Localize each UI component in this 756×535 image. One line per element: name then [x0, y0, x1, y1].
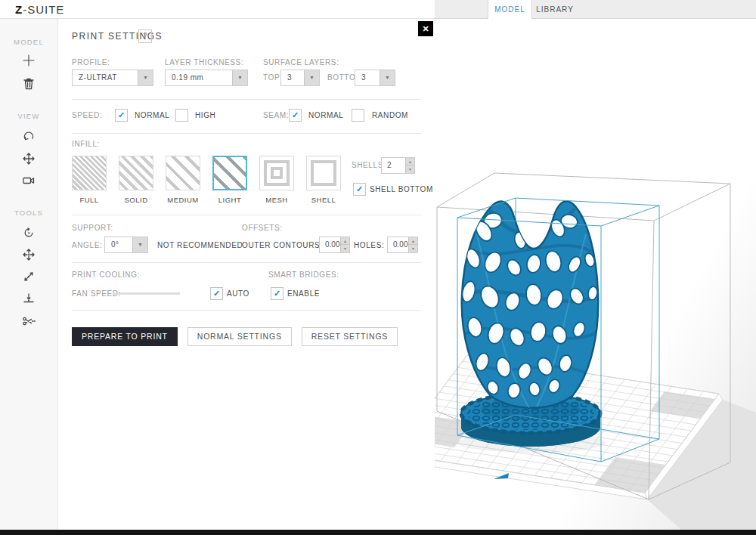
- divider: [72, 133, 421, 134]
- stepper-down-icon[interactable]: ▼: [341, 245, 349, 252]
- profile-label: PROFILE:: [72, 58, 110, 66]
- sidebar-section-model: MODEL: [0, 38, 57, 46]
- bottom-layers-value: 3: [361, 70, 366, 85]
- camera-view-icon[interactable]: [21, 173, 36, 188]
- stepper-up-icon[interactable]: ▲: [409, 237, 417, 245]
- shell-bottom-label: SHELL BOTTOM: [370, 185, 433, 193]
- add-model-icon[interactable]: [21, 53, 36, 68]
- bottom-layers-select[interactable]: 3 ▼: [355, 70, 395, 86]
- infill-swatch-solid[interactable]: [119, 156, 153, 190]
- stepper-up-icon[interactable]: ▲: [406, 158, 414, 165]
- logo-suite: -SUITE: [23, 3, 64, 16]
- bridges-enable-label: ENABLE: [287, 289, 320, 298]
- support-angle-select[interactable]: 0° ▼: [104, 237, 148, 253]
- help-button[interactable]: ?: [138, 29, 152, 43]
- infill-option-full[interactable]: FULL: [72, 156, 107, 204]
- infill-option-mesh[interactable]: MESH: [259, 156, 294, 204]
- app-header: Z-SUITE: [0, 0, 435, 19]
- top-label: TOP:: [263, 73, 283, 82]
- rotate-view-icon[interactable]: [21, 129, 36, 144]
- infill-option-label: MESH: [265, 196, 287, 204]
- prepare-to-print-button[interactable]: PREPARE TO PRINT: [72, 327, 178, 346]
- speed-normal-checkbox[interactable]: ✓: [115, 109, 128, 122]
- delete-model-icon[interactable]: [21, 76, 36, 91]
- tab-library[interactable]: LIBRARY: [531, 0, 578, 18]
- fan-speed-slider[interactable]: [113, 292, 180, 295]
- shells-value: 2: [387, 158, 392, 173]
- tab-model[interactable]: MODEL: [488, 0, 532, 19]
- print-settings-panel: PRINT SETTINGS ? ✕ PROFILE: Z-ULTRAT ▼ L…: [58, 19, 435, 530]
- speed-normal-label: NORMAL: [135, 111, 169, 119]
- infill-swatch-mesh[interactable]: [259, 156, 294, 190]
- fan-auto-checkbox[interactable]: ✓: [210, 287, 223, 300]
- move-tool-icon[interactable]: [21, 247, 36, 262]
- speed-high-label: HIGH: [195, 111, 215, 119]
- profile-select[interactable]: Z-ULTRAT ▼: [72, 70, 153, 86]
- holes-stepper[interactable]: 0.00 ▲▼: [387, 237, 418, 253]
- bridges-enable-checkbox[interactable]: ✓: [271, 287, 284, 300]
- seam-normal-checkbox[interactable]: ✓: [289, 109, 302, 122]
- close-icon[interactable]: ✕: [418, 21, 433, 36]
- infill-swatch-full[interactable]: [72, 156, 107, 190]
- scale-tool-icon[interactable]: [21, 269, 36, 284]
- holes-label: HOLES:: [354, 241, 384, 249]
- holes-value: 0.00: [393, 237, 407, 252]
- offsets-label: OFFSETS:: [242, 224, 283, 232]
- speed-high-checkbox[interactable]: [175, 109, 188, 122]
- divider: [72, 310, 421, 311]
- stepper-up-icon[interactable]: ▲: [341, 237, 349, 245]
- infill-option-label: SHELL: [311, 196, 336, 204]
- stepper-buttons[interactable]: ▲▼: [340, 237, 349, 252]
- chevron-down-icon[interactable]: ▼: [132, 237, 147, 252]
- infill-swatch-light[interactable]: [212, 156, 247, 190]
- chevron-down-icon[interactable]: ▼: [304, 70, 319, 85]
- surface-layers-label: SURFACE LAYERS:: [263, 58, 339, 66]
- infill-option-label: SOLID: [124, 196, 147, 204]
- stepper-down-icon[interactable]: ▼: [406, 165, 414, 173]
- chevron-down-icon[interactable]: ▼: [380, 70, 395, 85]
- sidebar-section-view: VIEW: [0, 112, 57, 120]
- infill-options: FULLSOLIDMEDIUMLIGHTMESHSHELL: [72, 156, 341, 204]
- action-buttons: PREPARE TO PRINT NORMAL SETTINGS RESET S…: [72, 327, 398, 346]
- sidebar-section-tools: TOOLS: [0, 209, 57, 217]
- logo-z: Z: [15, 3, 23, 16]
- support-angle-value: 0°: [111, 237, 119, 252]
- speed-label: SPEED:: [72, 111, 102, 119]
- infill-option-label: FULL: [79, 196, 98, 204]
- viewport-3d[interactable]: [435, 19, 756, 530]
- chevron-down-icon[interactable]: ▼: [138, 70, 153, 85]
- seam-random-checkbox[interactable]: [352, 109, 364, 122]
- viewport-scene[interactable]: [435, 19, 756, 530]
- pan-view-icon[interactable]: [21, 151, 36, 166]
- stepper-down-icon[interactable]: ▼: [409, 245, 417, 252]
- divider: [72, 99, 421, 100]
- top-layers-select[interactable]: 3 ▼: [280, 70, 320, 86]
- infill-option-medium[interactable]: MEDIUM: [166, 156, 200, 204]
- chevron-down-icon[interactable]: ▼: [232, 70, 247, 85]
- stepper-buttons[interactable]: ▲▼: [405, 158, 414, 173]
- infill-label: INFILL:: [72, 140, 100, 148]
- app-logo: Z-SUITE: [15, 3, 64, 16]
- layer-thickness-label: LAYER THICKNESS:: [165, 58, 243, 66]
- outer-contours-label: OUTER CONTOURS:: [242, 241, 323, 249]
- layer-thickness-select[interactable]: 0.19 mm ▼: [165, 70, 248, 86]
- outer-contours-value: 0.00: [325, 237, 339, 252]
- seam-random-label: RANDOM: [372, 111, 408, 119]
- normal-settings-button[interactable]: NORMAL SETTINGS: [187, 327, 292, 346]
- put-on-platform-icon[interactable]: [21, 291, 36, 306]
- split-tool-icon[interactable]: [21, 314, 36, 329]
- rotate-tool-icon[interactable]: [21, 225, 36, 240]
- infill-swatch-medium[interactable]: [166, 156, 200, 190]
- shell-bottom-checkbox[interactable]: ✓: [353, 183, 366, 196]
- angle-label: ANGLE:: [72, 241, 102, 249]
- infill-option-shell[interactable]: SHELL: [306, 156, 341, 204]
- seam-label: SEAM:: [263, 111, 289, 119]
- infill-swatch-shell[interactable]: [306, 156, 341, 190]
- infill-option-light[interactable]: LIGHT: [212, 156, 247, 204]
- shells-stepper[interactable]: 2 ▲▼: [381, 157, 415, 174]
- reset-settings-button[interactable]: RESET SETTINGS: [302, 327, 398, 346]
- divider: [72, 215, 421, 215]
- stepper-buttons[interactable]: ▲▼: [408, 237, 417, 252]
- infill-option-solid[interactable]: SOLID: [119, 156, 153, 204]
- outer-contours-stepper[interactable]: 0.00 ▲▼: [319, 237, 350, 253]
